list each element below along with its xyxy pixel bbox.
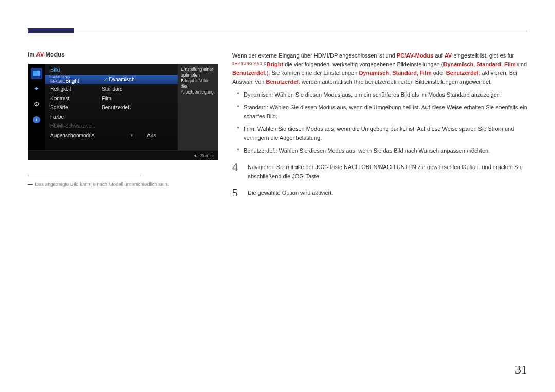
step-4: 4 Navigieren Sie mithilfe der JOG-Taste … <box>232 161 527 180</box>
osd-row-schaerfe[interactable]: Schärfe Benutzerdef. <box>45 103 178 112</box>
step-4-text: Navigieren Sie mithilfe der JOG-Taste NA… <box>248 161 527 180</box>
footnote: ― Das angezeigte Bild kann je nach Model… <box>28 181 218 187</box>
step-5: 5 Die gewählte Option wird aktiviert. <box>232 187 527 198</box>
osd-option-dynamisch[interactable]: Dynamisch <box>102 76 141 84</box>
osd-option-standard[interactable]: Standard <box>102 86 141 92</box>
left-column: Im AV-Modus ✦ ⚙ i <box>28 51 218 204</box>
step-5-text: Die gewählte Option wird aktiviert. <box>248 187 527 198</box>
bullet-standard: Standard: Wählen Sie diesen Modus aus, w… <box>232 103 527 121</box>
osd-footer: Zurück <box>28 150 218 160</box>
osd-option-film[interactable]: Film <box>102 96 141 101</box>
step-5-number: 5 <box>232 187 240 198</box>
heading-prefix: Im <box>28 51 36 58</box>
back-arrow-icon <box>194 154 196 157</box>
step-4-number: 4 <box>232 161 240 180</box>
screen-icon[interactable]: ✦ <box>31 83 42 95</box>
footnote-dash: ― <box>28 181 33 187</box>
osd-body: ✦ ⚙ i Bild SAMSUNG MAGICBright <box>28 64 218 150</box>
page-content: Im AV-Modus ✦ ⚙ i <box>28 51 527 204</box>
osd-row-helligkeit[interactable]: Helligkeit Standard <box>45 84 178 94</box>
osd-brand-word: Bright <box>66 78 79 84</box>
osd-title: Bild <box>45 64 178 75</box>
bullet-film: Film: Wählen Sie diesen Modus aus, wenn … <box>232 125 527 142</box>
page-number: 31 <box>515 363 527 377</box>
osd-panel: ✦ ⚙ i Bild SAMSUNG MAGICBright <box>28 64 218 160</box>
osd-row-hdmi: HDMI-Schwarzwert <box>45 121 178 130</box>
settings-icon[interactable]: ⚙ <box>31 99 42 110</box>
av-mode-heading: Im AV-Modus <box>28 51 218 58</box>
osd-brand-mid: MAGIC <box>50 79 66 84</box>
osd-row-kontrast[interactable]: Kontrast Film <box>45 94 178 103</box>
right-column: Wenn der externe Eingang über HDMI/DP an… <box>232 51 527 204</box>
osd-main: Bild SAMSUNG MAGICBright Dynamisch Helli… <box>45 64 178 150</box>
osd-icon-rail: ✦ ⚙ i <box>28 64 45 150</box>
osd-eye-value: Aus <box>134 133 173 138</box>
svg-rect-0 <box>33 71 40 76</box>
header-rule <box>28 31 527 31</box>
bullet-benutzerdef: Benutzerdef.: Wählen Sie diesen Modus au… <box>232 146 527 155</box>
heading-suffix: -Modus <box>44 51 65 58</box>
picture-icon[interactable] <box>31 68 42 79</box>
info-icon[interactable]: i <box>31 114 42 125</box>
chevron-down-icon: ▼ <box>130 133 134 138</box>
osd-info-box: Einstellung einer optimalen Bildqualität… <box>178 64 218 150</box>
heading-accent: AV <box>36 51 44 58</box>
footnote-text: Das angezeigte Bild kann je nach Modell … <box>35 181 169 187</box>
osd-row-eye[interactable]: Augenschonmodus ▼ Aus <box>45 130 178 140</box>
osd-row-magicbright[interactable]: SAMSUNG MAGICBright Dynamisch <box>45 75 178 84</box>
mode-bullets: Dynamisch: Wählen Sie diesen Modus aus, … <box>232 90 527 155</box>
osd-back-label[interactable]: Zurück <box>200 153 214 158</box>
intro-paragraph: Wenn der externe Eingang über HDMI/DP an… <box>232 51 527 86</box>
osd-option-benutzerdef[interactable]: Benutzerdef. <box>102 105 141 110</box>
osd-row-farbe[interactable]: Farbe <box>45 112 178 121</box>
footnote-rule <box>28 176 141 176</box>
bullet-dynamisch: Dynamisch: Wählen Sie diesen Modus aus, … <box>232 90 527 99</box>
